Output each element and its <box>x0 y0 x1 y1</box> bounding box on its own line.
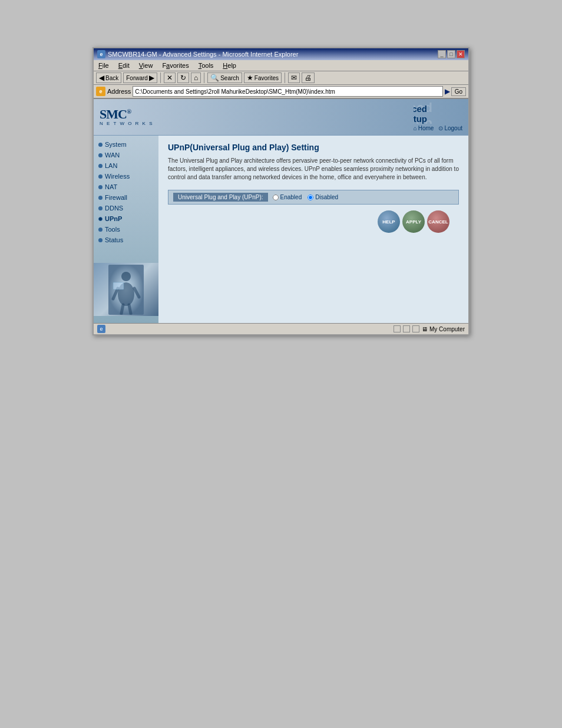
forward-button[interactable]: Forward ▶ <box>123 73 157 83</box>
advanced-setup-title: Advanced Setup <box>414 104 427 124</box>
upnp-enabled-option[interactable]: Enabled <box>273 194 302 200</box>
sidebar-dot-tools <box>98 228 103 232</box>
upnp-setting-label: Universal Plug and Play (UPnP): <box>173 193 268 202</box>
person-silhouette-svg <box>108 265 144 315</box>
sidebar-label-lan: LAN <box>105 162 117 169</box>
title-bar-left: e SMCWBR14-GM - Advanced Settings - Micr… <box>97 50 298 58</box>
back-button[interactable]: ◀ Back <box>96 73 121 83</box>
address-label: Address <box>107 88 131 95</box>
smc-logo: SMC® <box>100 108 154 121</box>
sidebar-label-system: System <box>105 141 127 148</box>
sidebar-label-nat: NAT <box>105 183 117 190</box>
sidebar-dot-system <box>98 143 103 147</box>
window-title: SMCWBR14-GM - Advanced Settings - Micros… <box>108 51 298 58</box>
search-button[interactable]: 🔍 Search <box>207 73 242 83</box>
content-description: The Universal Plug and Play architecture… <box>168 157 459 182</box>
svg-rect-7 <box>113 282 124 289</box>
sidebar-label-wireless: Wireless <box>105 173 130 180</box>
page-content: SMC® N E T W O R K S Advanced Setup Adva… <box>94 99 468 323</box>
sidebar-item-wan[interactable]: WAN <box>94 150 158 160</box>
logout-link[interactable]: ⊙ Logout <box>438 125 462 131</box>
print-icon: 🖨 <box>305 74 312 82</box>
status-page-icon: e <box>97 325 105 333</box>
status-computer: 🖥 My Computer <box>422 326 465 332</box>
go-arrow-icon: ▶ <box>445 88 449 95</box>
menu-help[interactable]: Help <box>220 61 239 70</box>
favorites-button[interactable]: ★ Favorites <box>244 73 282 83</box>
sidebar: System WAN LAN Wireless NAT <box>94 136 158 323</box>
sidebar-item-firewall[interactable]: Firewall <box>94 192 158 203</box>
browser-icon: e <box>97 50 105 58</box>
page-header: SMC® N E T W O R K S Advanced Setup Adva… <box>94 99 468 136</box>
sidebar-label-upnp: UPnP <box>105 215 122 222</box>
sidebar-item-lan[interactable]: LAN <box>94 160 158 171</box>
sidebar-label-tools: Tools <box>105 226 120 233</box>
forward-icon: ▶ <box>149 74 154 82</box>
status-left: e <box>97 325 107 333</box>
sidebar-dot-upnp <box>98 217 103 221</box>
back-icon: ◀ <box>99 74 104 82</box>
content-area: UPnP(Universal Plug and Play) Setting Th… <box>158 136 468 323</box>
upnp-disabled-radio[interactable] <box>308 195 313 200</box>
title-bar: e SMCWBR14-GM - Advanced Settings - Micr… <box>94 48 468 60</box>
logo-container: SMC® N E T W O R K S <box>100 108 154 126</box>
stop-button[interactable]: ✕ <box>164 73 176 83</box>
sidebar-image <box>94 263 158 316</box>
sidebar-item-nat[interactable]: NAT <box>94 182 158 192</box>
computer-label: My Computer <box>429 326 465 332</box>
home-link[interactable]: ⌂ Home <box>414 125 434 131</box>
status-indicator-3 <box>412 325 419 332</box>
sidebar-dot-wan <box>98 153 103 157</box>
print-button[interactable]: 🖨 <box>302 73 315 83</box>
address-bar: e Address ▶ Go <box>94 85 468 99</box>
sidebar-item-status[interactable]: Status <box>94 235 158 245</box>
title-bar-buttons: _ □ ✕ <box>438 50 465 58</box>
sidebar-item-upnp[interactable]: UPnP <box>94 213 158 224</box>
address-input[interactable] <box>133 86 442 97</box>
home-icon: ⌂ <box>194 74 198 82</box>
stop-icon: ✕ <box>167 74 173 82</box>
home-nav-icon: ⌂ <box>414 125 417 131</box>
menu-file[interactable]: File <box>96 61 111 70</box>
sidebar-dot-firewall <box>98 196 103 200</box>
upnp-disabled-label: Disabled <box>315 194 338 200</box>
maximize-button[interactable]: □ <box>447 50 455 58</box>
menu-tools[interactable]: Tools <box>196 61 216 70</box>
sidebar-label-wan: WAN <box>105 151 120 159</box>
sidebar-item-tools[interactable]: Tools <box>94 224 158 235</box>
close-button[interactable]: ✕ <box>457 50 465 58</box>
upnp-setting-row: Universal Plug and Play (UPnP): Enabled … <box>168 190 459 205</box>
toolbar-separator-2 <box>204 73 204 83</box>
mail-button[interactable]: ✉ <box>288 73 300 83</box>
home-button[interactable]: ⌂ <box>191 73 201 83</box>
sidebar-dot-wireless <box>98 174 103 179</box>
toolbar: ◀ Back Forward ▶ ✕ ↻ ⌂ 🔍 Search ★ Favori… <box>94 71 468 85</box>
menu-edit[interactable]: Edit <box>116 61 132 70</box>
minimize-button[interactable]: _ <box>438 50 446 58</box>
header-right: Advanced Setup Advanced Setup ⌂ Home ⊙ L… <box>414 103 462 131</box>
sidebar-item-wireless[interactable]: Wireless <box>94 171 158 182</box>
menu-favorites[interactable]: Favorites <box>160 61 191 70</box>
svg-line-5 <box>121 305 123 314</box>
status-indicator-2 <box>403 325 410 332</box>
refresh-button[interactable]: ↻ <box>177 73 189 83</box>
help-button[interactable]: HELP <box>378 210 400 233</box>
upnp-enabled-radio[interactable] <box>273 195 279 200</box>
computer-icon: 🖥 <box>422 326 428 332</box>
content-title: UPnP(Universal Plug and Play) Setting <box>168 143 459 152</box>
apply-button[interactable]: APPLY <box>402 210 425 233</box>
browser-window: e SMCWBR14-GM - Advanced Settings - Micr… <box>92 47 470 335</box>
status-bar: e 🖥 My Computer <box>94 323 468 334</box>
upnp-enabled-label: Enabled <box>280 194 302 200</box>
upnp-radio-group: Enabled Disabled <box>273 194 339 200</box>
sidebar-item-ddns[interactable]: DDNS <box>94 203 158 213</box>
upnp-disabled-option[interactable]: Disabled <box>308 194 338 200</box>
cancel-button[interactable]: CANCEL <box>427 210 449 233</box>
sidebar-item-system[interactable]: System <box>94 139 158 150</box>
status-right: 🖥 My Computer <box>394 325 465 332</box>
sidebar-dot-lan <box>98 164 103 168</box>
page-icon: e <box>96 87 105 96</box>
sidebar-label-status: Status <box>105 236 123 243</box>
menu-view[interactable]: View <box>137 61 156 70</box>
go-button[interactable]: Go <box>451 87 466 96</box>
